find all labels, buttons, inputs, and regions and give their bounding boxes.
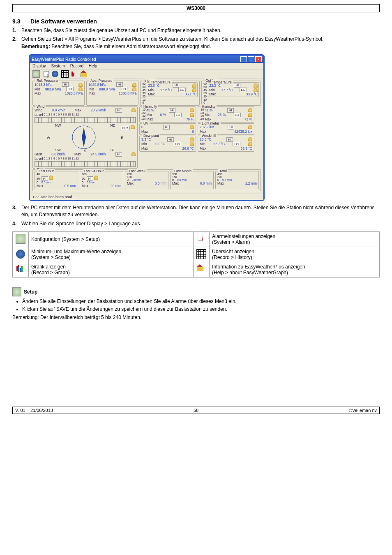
lo-button[interactable]: LO xyxy=(240,88,247,92)
value: 43 % xyxy=(146,108,154,112)
bell-icon[interactable] xyxy=(192,83,196,88)
panel-title: Total xyxy=(218,169,228,173)
bullet-item: Klicken Sie auf SAVE um die Änderungen z… xyxy=(22,306,380,313)
label: Min xyxy=(148,88,154,92)
value: 1030.8 hPa xyxy=(119,91,136,95)
label: Max xyxy=(146,117,153,121)
bell-icon[interactable] xyxy=(131,108,136,112)
close-button[interactable]: × xyxy=(255,56,262,62)
panel-title: Last Month xyxy=(173,169,193,173)
bell-icon[interactable] xyxy=(190,137,194,141)
hi-button[interactable]: HI xyxy=(226,137,233,142)
axis: 10 xyxy=(203,98,207,102)
bell-icon[interactable] xyxy=(254,83,258,88)
menu-help[interactable]: Help xyxy=(89,64,97,68)
toolbar xyxy=(30,69,263,79)
bell-icon[interactable] xyxy=(248,108,252,112)
value: 41 % xyxy=(205,108,212,112)
bell-icon[interactable] xyxy=(190,142,194,146)
lo-button[interactable]: LO xyxy=(233,142,240,146)
hi-button[interactable]: HI xyxy=(87,176,93,181)
bell-icon[interactable] xyxy=(254,88,258,92)
dir-button[interactable]: DIR xyxy=(121,126,130,130)
section-heading: 9.3 Die Software verwenden xyxy=(12,18,380,25)
bell-icon[interactable] xyxy=(248,113,252,117)
label: Max xyxy=(217,181,224,185)
bullet-item: Ändern Sie alle Einstellungen der Basiss… xyxy=(22,298,380,305)
bell-icon[interactable] xyxy=(78,83,83,87)
lo-button[interactable]: LO xyxy=(120,87,128,91)
bell-icon[interactable] xyxy=(190,125,194,129)
bell-icon[interactable] xyxy=(132,87,136,91)
setup-icon xyxy=(16,234,25,244)
menu-system[interactable]: System xyxy=(51,64,65,68)
panel-title: Last Week xyxy=(128,169,147,173)
value: 24.5 km/h xyxy=(90,152,106,156)
bell-icon[interactable] xyxy=(192,88,196,92)
menu-record[interactable]: Record xyxy=(70,64,83,68)
value: 207.2 lux xyxy=(200,125,214,129)
minimize-button[interactable]: _ xyxy=(240,56,247,62)
alarm-icon[interactable] xyxy=(43,71,49,77)
bell-icon[interactable] xyxy=(190,108,194,112)
label: Level xyxy=(35,157,43,161)
hi-button[interactable]: HI xyxy=(115,152,122,157)
hi-button[interactable]: HI xyxy=(234,83,240,88)
menu-display[interactable]: Display xyxy=(32,64,46,68)
bell-icon[interactable] xyxy=(248,125,252,129)
hi-button[interactable]: HI xyxy=(227,108,234,113)
axis: 40 xyxy=(142,89,145,92)
home-icon[interactable] xyxy=(81,71,87,77)
lo-button[interactable]: LO xyxy=(178,88,186,92)
axis: 60 xyxy=(82,177,85,180)
hi-button[interactable]: HI xyxy=(173,83,179,88)
axis: 30 xyxy=(142,92,145,95)
hi-button[interactable]: HI xyxy=(62,82,69,87)
axis: 0 xyxy=(217,178,219,181)
bell-icon[interactable] xyxy=(248,142,252,146)
bell-icon[interactable] xyxy=(132,83,136,87)
value: 0.0 mm xyxy=(177,178,187,181)
compass-e: E xyxy=(121,136,123,140)
bell-icon[interactable] xyxy=(248,137,252,141)
bell-icon[interactable] xyxy=(49,176,53,180)
history-icon[interactable] xyxy=(61,70,69,78)
bell-icon[interactable] xyxy=(190,113,194,117)
label: Max xyxy=(172,181,179,185)
compass-ne: NE xyxy=(110,123,115,127)
lo-button[interactable]: LO xyxy=(174,142,182,146)
bell-icon[interactable] xyxy=(78,87,83,91)
value: 9.6 mm xyxy=(222,178,232,181)
value: 0.0 mm xyxy=(200,181,212,185)
hi-button[interactable]: HI xyxy=(169,108,175,113)
footer-right: ©Velleman nv xyxy=(201,407,379,414)
axis: 20 xyxy=(37,177,40,180)
maximize-button[interactable]: □ xyxy=(248,56,254,62)
hi-button[interactable]: HI xyxy=(116,82,123,87)
scope-icon[interactable] xyxy=(52,71,58,77)
hi-button[interactable]: HI xyxy=(42,176,48,181)
setup-icon[interactable] xyxy=(32,70,40,78)
value: 983.9 hPa xyxy=(45,87,61,91)
lo-button[interactable]: LO xyxy=(174,113,182,117)
axis: -20 xyxy=(200,111,204,115)
axis: -40 xyxy=(141,118,145,121)
value: 0.0 mm xyxy=(132,178,141,181)
lo-button[interactable]: LO xyxy=(66,87,74,91)
label: Max xyxy=(74,152,81,156)
graph-icon[interactable] xyxy=(71,71,78,77)
hi-button[interactable]: HI xyxy=(163,125,170,130)
menubar: Display System Record Help xyxy=(30,63,263,69)
hi-button[interactable]: HI xyxy=(167,137,174,142)
bell-icon[interactable] xyxy=(131,125,135,129)
value: 9.3 °C xyxy=(141,137,151,141)
lo-button[interactable]: LO xyxy=(233,113,241,117)
axis: 100 xyxy=(127,176,132,178)
bell-icon[interactable] xyxy=(94,176,98,180)
panel-title: Temperature xyxy=(150,80,172,84)
hi-button[interactable]: HI xyxy=(228,125,234,130)
step-num: 1. xyxy=(12,27,21,34)
hi-button[interactable]: HI xyxy=(115,108,122,113)
axis: -20 xyxy=(141,111,145,115)
bell-icon[interactable] xyxy=(131,152,136,156)
